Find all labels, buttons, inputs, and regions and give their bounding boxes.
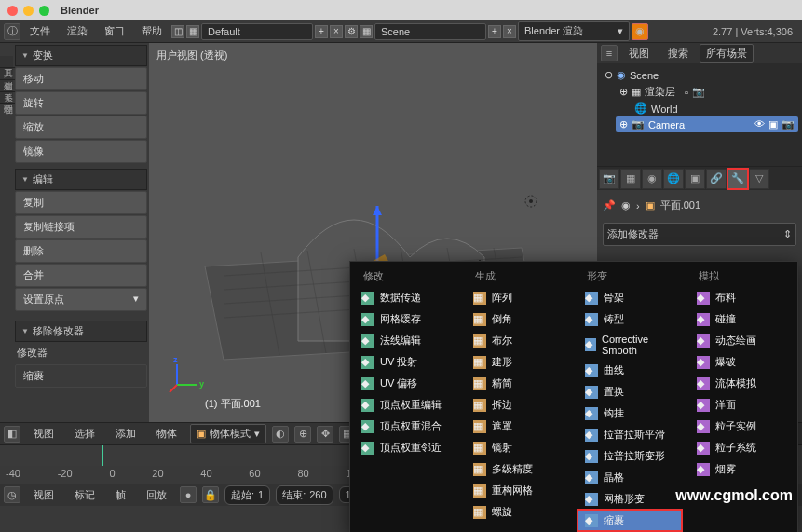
prop-tab-object[interactable]: ▣	[685, 169, 705, 189]
remove-modifier-header[interactable]: 移除修改器	[15, 321, 147, 342]
tab-physics[interactable]: 物理	[0, 92, 15, 104]
transform-section-header[interactable]: 变换	[15, 45, 147, 66]
tl-view-menu[interactable]: 视图	[26, 486, 61, 504]
menu-help[interactable]: 帮助	[134, 22, 170, 40]
selectable-icon[interactable]: ▣	[768, 118, 778, 130]
scale-button[interactable]: 缩放	[15, 116, 147, 139]
minimize-window-button[interactable]	[23, 6, 34, 16]
mod-smoke[interactable]: ◆烟雾	[689, 458, 794, 480]
mod-armature[interactable]: ◆骨架	[578, 287, 682, 308]
mod-displace[interactable]: ◆置换	[578, 381, 682, 402]
mod-corrective-smooth[interactable]: ◆Corrective Smooth	[578, 330, 682, 360]
mod-uv-warp[interactable]: ◆UV 偏移	[354, 373, 458, 394]
mod-vertex-weight-edit[interactable]: ◆顶点权重编辑	[354, 394, 458, 416]
scene-dropdown[interactable]: Scene	[374, 23, 486, 40]
layout-add-icon[interactable]: +	[315, 25, 328, 38]
menu-window[interactable]: 窗口	[97, 22, 132, 40]
join-button[interactable]: 合并	[15, 264, 147, 287]
mirror-button[interactable]: 镜像	[15, 140, 147, 163]
pivot-icon[interactable]: ⊕	[294, 426, 311, 443]
mod-shrinkwrap[interactable]: ◆缩裹	[578, 510, 682, 531]
tab-tools[interactable]: 工具	[0, 56, 15, 68]
scene-add-icon[interactable]: +	[488, 25, 501, 38]
mod-array[interactable]: ▦阵列	[466, 287, 570, 308]
tl-marker-menu[interactable]: 标记	[67, 486, 102, 504]
mod-explode[interactable]: ◆爆破	[689, 351, 794, 373]
tree-camera[interactable]: ⊕📷Camera 👁▣📷	[616, 116, 798, 132]
prop-tab-render[interactable]: 📷	[599, 169, 619, 189]
outliner-tree[interactable]: ⊖◉Scene ⊕▦渲染层▫📷 🌐World ⊕📷Camera 👁▣📷	[597, 63, 802, 166]
mod-fluid-sim[interactable]: ◆流体模拟	[689, 373, 794, 394]
outliner-filter-dropdown[interactable]: 所有场景	[700, 44, 754, 63]
mod-collision[interactable]: ◆碰撞	[689, 308, 794, 330]
mod-mask[interactable]: ▦遮罩	[466, 416, 570, 437]
mod-mesh-deform[interactable]: ◆网格形变	[578, 488, 682, 510]
tab-relations[interactable]: 关系	[0, 80, 15, 92]
outliner-search-menu[interactable]: 搜索	[660, 45, 696, 62]
layout-remove-icon[interactable]: ×	[330, 25, 343, 38]
renderable-icon[interactable]: 📷	[782, 118, 795, 130]
render-engine-dropdown[interactable]: Blender 渲染▾	[518, 21, 630, 41]
duplicate-linked-button[interactable]: 复制链接项	[15, 215, 147, 239]
view3d-editor-icon[interactable]: ◧	[4, 426, 20, 443]
mod-dynamic-paint[interactable]: ◆动态绘画	[689, 330, 794, 351]
mod-laplacian-deform[interactable]: ◆拉普拉斯变形	[578, 445, 682, 467]
outliner-view-menu[interactable]: 视图	[621, 45, 657, 62]
breadcrumb-scene-icon[interactable]: ◉	[621, 199, 631, 211]
mod-bevel[interactable]: ▦倒角	[466, 308, 570, 330]
duplicate-button[interactable]: 复制	[15, 191, 147, 214]
mod-mesh-cache[interactable]: ◆网格缓存	[354, 308, 458, 330]
scene-browse-icon[interactable]: ▦	[360, 25, 373, 38]
mod-cast[interactable]: ◆铸型	[578, 308, 682, 330]
menu-file[interactable]: 文件	[22, 22, 58, 40]
mod-remesh[interactable]: ▦重构网格	[466, 480, 570, 501]
info-editor-icon[interactable]: ⓘ	[4, 23, 20, 40]
mode-dropdown[interactable]: ▣物体模式▾	[190, 424, 266, 443]
shading-icon[interactable]: ◐	[272, 426, 289, 443]
menu-render[interactable]: 渲染	[60, 22, 95, 40]
modifier-value-field[interactable]: 缩裹	[15, 364, 147, 388]
mod-curve[interactable]: ◆曲线	[578, 360, 682, 381]
mod-data-transfer[interactable]: ◆数据传递	[354, 287, 458, 308]
end-frame-field[interactable]: 结束:260	[276, 485, 333, 505]
mod-hook[interactable]: ◆钩挂	[578, 402, 682, 424]
mod-boolean[interactable]: ▦布尔	[466, 330, 570, 351]
v3d-object-menu[interactable]: 物体	[149, 425, 184, 443]
close-window-button[interactable]	[7, 6, 18, 16]
mod-edge-split[interactable]: ▦拆边	[466, 394, 570, 416]
scene-remove-icon[interactable]: ×	[503, 25, 516, 38]
visibility-icon[interactable]: 👁	[754, 118, 765, 130]
prop-tab-world[interactable]: 🌐	[663, 169, 684, 189]
auto-keyframe-icon[interactable]: ●	[180, 486, 197, 503]
mod-particle-system[interactable]: ◆粒子系统	[689, 437, 794, 458]
v3d-select-menu[interactable]: 选择	[67, 425, 102, 443]
manipulator-toggle-icon[interactable]: ✥	[317, 426, 333, 443]
timeline-editor-icon[interactable]: ◷	[4, 486, 20, 503]
add-modifier-dropdown[interactable]: 添加修改器⇕	[603, 223, 796, 246]
start-frame-field[interactable]: 起始:1	[224, 485, 270, 505]
prop-tab-constraints[interactable]: 🔗	[706, 169, 727, 189]
prop-tab-modifiers[interactable]: 🔧	[727, 169, 748, 189]
set-origin-dropdown[interactable]: 设置原点▾	[15, 288, 147, 311]
tree-world[interactable]: 🌐World	[631, 101, 798, 116]
mod-mirror[interactable]: ▦镜射	[466, 437, 570, 458]
rotate-button[interactable]: 旋转	[15, 91, 147, 115]
mod-vertex-weight-proximity[interactable]: ◆顶点权重邻近	[354, 437, 458, 458]
timeline-playhead[interactable]	[102, 445, 103, 466]
layout-browse-icon[interactable]: ▦	[186, 25, 199, 38]
tl-frame-menu[interactable]: 帧	[108, 486, 133, 504]
screen-layout-dropdown[interactable]: Default	[201, 23, 313, 40]
move-button[interactable]: 移动	[15, 67, 147, 90]
pin-icon[interactable]: 📌	[603, 199, 616, 211]
mod-build[interactable]: ▦建形	[466, 351, 570, 373]
mod-vertex-weight-mix[interactable]: ◆顶点权重混合	[354, 416, 458, 437]
breadcrumb-object-icon[interactable]: ▣	[646, 199, 655, 211]
tl-playback-menu[interactable]: 回放	[139, 486, 174, 504]
mod-lattice[interactable]: ◆晶格	[578, 467, 682, 488]
mod-cloth[interactable]: ◆布料	[689, 287, 794, 308]
mod-multires[interactable]: ▦多级精度	[466, 458, 570, 480]
tree-scene[interactable]: ⊖◉Scene	[601, 67, 798, 83]
prop-tab-data[interactable]: ▽	[749, 169, 769, 189]
mod-screw[interactable]: ▦螺旋	[466, 501, 570, 523]
tree-render-layers[interactable]: ⊕▦渲染层▫📷	[616, 83, 798, 101]
